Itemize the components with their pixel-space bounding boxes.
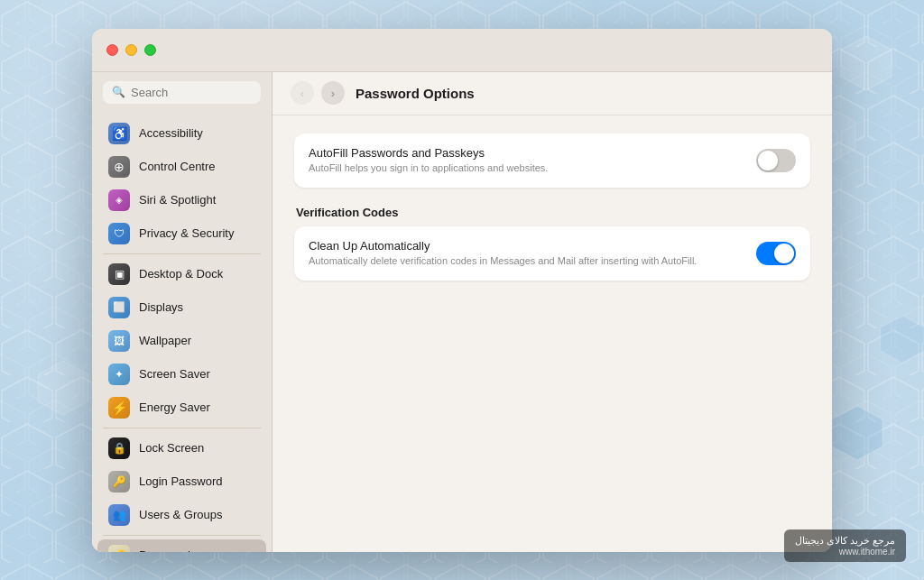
sidebar-item-label: Login Password <box>139 474 223 488</box>
back-button[interactable]: ‹ <box>291 81 314 105</box>
accessibility-icon: ♿ <box>108 123 130 144</box>
search-icon: 🔍 <box>112 86 125 98</box>
sidebar-item-label: Privacy & Security <box>139 226 234 240</box>
page-title: Password Options <box>356 86 475 101</box>
sidebar-item-label: Accessibility <box>139 126 203 140</box>
content-header: ‹ › Password Options <box>273 72 832 115</box>
clean-up-text: Clean Up Automatically Automatically del… <box>309 239 745 268</box>
maximize-button[interactable] <box>144 44 156 56</box>
sidebar-item-label: Energy Saver <box>139 400 210 414</box>
traffic-lights <box>106 44 156 56</box>
clean-up-toggle[interactable] <box>756 242 796 265</box>
sidebar-item-label: Screen Saver <box>139 367 210 381</box>
sidebar-item-label: Siri & Spotlight <box>139 193 216 207</box>
titlebar <box>92 29 832 72</box>
divider <box>103 428 261 428</box>
clean-up-subtitle: Automatically delete verification codes … <box>309 254 745 268</box>
lock-screen-icon: 🔒 <box>108 437 130 459</box>
desktop-dock-icon: ▣ <box>108 263 130 285</box>
sidebar-item-control-centre[interactable]: ⊕ Control Centre <box>97 151 266 183</box>
sidebar-item-label: Lock Screen <box>139 441 204 455</box>
clean-up-row: Clean Up Automatically Automatically del… <box>294 226 810 281</box>
sidebar-item-label: Displays <box>139 300 183 314</box>
chevron-left-icon: ‹ <box>300 87 304 100</box>
autofill-row: AutoFill Passwords and Passkeys AutoFill… <box>294 133 810 188</box>
autofill-toggle[interactable] <box>756 149 796 172</box>
watermark-line2: www.ithome.ir <box>795 547 895 557</box>
system-preferences-window: 🔍 ♿ Accessibility ⊕ Control Centre ◈ Sir… <box>92 29 832 552</box>
sidebar-item-desktop-dock[interactable]: ▣ Desktop & Dock <box>97 258 266 290</box>
sidebar-item-lock-screen[interactable]: 🔒 Lock Screen <box>97 432 266 465</box>
forward-button[interactable]: › <box>321 81 345 105</box>
window-body: 🔍 ♿ Accessibility ⊕ Control Centre ◈ Sir… <box>92 72 832 552</box>
sidebar-item-siri-spotlight[interactable]: ◈ Siri & Spotlight <box>97 184 266 216</box>
displays-icon: ⬜ <box>108 297 130 318</box>
close-button[interactable] <box>106 44 118 56</box>
divider <box>103 535 261 536</box>
sidebar-item-wallpaper[interactable]: 🖼 Wallpaper <box>97 325 266 357</box>
users-groups-icon: 👥 <box>108 504 130 526</box>
sidebar-item-label: Passwords <box>139 548 197 552</box>
sidebar-item-label: Users & Groups <box>139 508 222 521</box>
autofill-title: AutoFill Passwords and Passkeys <box>309 146 745 160</box>
login-password-icon: 🔑 <box>108 471 130 493</box>
sidebar-item-login-password[interactable]: 🔑 Login Password <box>97 465 266 498</box>
screen-saver-icon: ✦ <box>108 364 130 385</box>
search-input[interactable] <box>131 86 252 99</box>
svg-marker-6 <box>841 36 892 90</box>
toggle-knob <box>758 151 778 170</box>
control-centre-icon: ⊕ <box>108 156 130 178</box>
divider <box>103 253 261 254</box>
svg-marker-10 <box>881 316 924 363</box>
sidebar-item-label: Desktop & Dock <box>139 267 223 281</box>
sidebar-item-label: Wallpaper <box>139 334 191 347</box>
privacy-icon: 🛡 <box>108 223 130 244</box>
autofill-text: AutoFill Passwords and Passkeys AutoFill… <box>309 146 745 175</box>
energy-saver-icon: ⚡ <box>108 397 130 419</box>
sidebar-item-privacy-security[interactable]: 🛡 Privacy & Security <box>97 217 266 250</box>
passwords-icon: 🔑 <box>108 545 130 552</box>
chevron-right-icon: › <box>331 87 335 100</box>
clean-up-title: Clean Up Automatically <box>309 239 745 253</box>
watermark: مرجع خرید کالای دیجیتال www.ithome.ir <box>784 529 906 562</box>
sidebar-item-accessibility[interactable]: ♿ Accessibility <box>97 117 266 150</box>
svg-marker-9 <box>832 406 882 460</box>
sidebar-item-passwords[interactable]: 🔑 Passwords <box>97 539 266 552</box>
sidebar: 🔍 ♿ Accessibility ⊕ Control Centre ◈ Sir… <box>92 72 273 552</box>
verification-codes-header: Verification Codes <box>294 206 810 219</box>
minimize-button[interactable] <box>125 44 137 56</box>
watermark-line1: مرجع خرید کالای دیجیتال <box>795 535 895 547</box>
search-bar[interactable]: 🔍 <box>103 81 261 104</box>
main-content: ‹ › Password Options AutoFill Passwords … <box>273 72 832 552</box>
toggle-knob <box>774 244 794 263</box>
autofill-card: AutoFill Passwords and Passkeys AutoFill… <box>294 133 810 188</box>
siri-icon: ◈ <box>108 189 130 211</box>
sidebar-item-energy-saver[interactable]: ⚡ Energy Saver <box>97 391 266 424</box>
sidebar-item-displays[interactable]: ⬜ Displays <box>97 291 266 324</box>
autofill-subtitle: AutoFill helps you sign in to applicatio… <box>309 161 745 175</box>
sidebar-item-users-groups[interactable]: 👥 Users & Groups <box>97 499 266 531</box>
sidebar-item-label: Control Centre <box>139 160 216 173</box>
content-body: AutoFill Passwords and Passkeys AutoFill… <box>273 115 832 552</box>
wallpaper-icon: 🖼 <box>108 330 130 352</box>
svg-marker-7 <box>38 361 88 415</box>
sidebar-items-list: ♿ Accessibility ⊕ Control Centre ◈ Siri … <box>92 113 272 552</box>
verification-codes-card: Clean Up Automatically Automatically del… <box>294 226 810 281</box>
sidebar-item-screen-saver[interactable]: ✦ Screen Saver <box>97 358 266 391</box>
